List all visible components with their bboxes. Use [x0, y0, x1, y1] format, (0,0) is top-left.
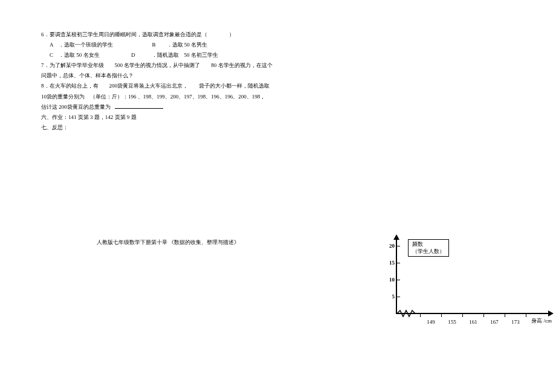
- y-axis-title: 频数 （学生人数）: [408, 239, 449, 257]
- q7-line2: 问题中，总体、个体、样本各指什么？: [41, 71, 319, 81]
- y-title-line1: 频数: [412, 241, 423, 247]
- y-axis-arrow-icon: [393, 234, 399, 240]
- y-title-line2: （学生人数）: [412, 248, 445, 254]
- y-tick: [397, 280, 400, 280]
- question-block: 6．要调查某校初三学生周日的睡眠时间，选取调查对象最合适的是（ ） A ．选取一…: [41, 30, 319, 133]
- x-tick: [526, 314, 526, 317]
- y-tick: [397, 263, 400, 263]
- x-tick: [483, 314, 484, 317]
- y-tick-label: 5: [392, 294, 395, 300]
- y-tick-label: 10: [389, 277, 395, 283]
- q7-line1: 7．为了解某中学毕业年级 500 名学生的视力情况，从中抽测了 80 名学生的视…: [41, 60, 319, 71]
- y-tick: [397, 297, 400, 297]
- x-axis-arrow-icon: [548, 310, 554, 316]
- section6: 六、作业：141 页第 3 题，142 页第 9 题: [41, 112, 319, 123]
- footer-text: 人教版七年级数学下册第十章 《数据的收集、整理与描述》: [97, 239, 239, 246]
- y-tick-label: 15: [389, 260, 395, 266]
- section7: 七、反思：: [41, 123, 319, 133]
- y-tick: [397, 246, 400, 246]
- x-axis-title: 身高 /cm: [531, 317, 552, 325]
- q8-line1: 8．在火车的站台上，有 200袋黄豆将装上火车运出北京， 袋子的大小都一样，随机…: [41, 81, 319, 91]
- x-tick: [441, 314, 442, 317]
- x-tick-label: 173: [511, 319, 520, 325]
- x-tick: [505, 314, 505, 317]
- x-tick-label: 155: [448, 319, 456, 325]
- q8-line3-prefix: 估计这 200袋黄豆的总重量为: [41, 104, 111, 110]
- x-tick: [420, 314, 421, 317]
- frequency-chart: 频数 （学生人数） 身高 /cm 5 10 15 20 149 155 161 …: [378, 236, 553, 332]
- q6-optC: C ．选取 50 名女生: [50, 52, 100, 58]
- x-axis: [396, 313, 550, 314]
- q6-optB: B ．选取 50 名男生: [152, 42, 208, 48]
- x-tick-label: 167: [490, 319, 499, 325]
- q6-row1: A ．选取一个班级的学生 B ．选取 50 名男生: [41, 40, 319, 50]
- q6-optA: A ．选取一个班级的学生: [50, 42, 113, 48]
- q6-stem: 6．要调查某校初三学生周日的睡眠时间，选取调查对象最合适的是（ ）: [41, 30, 319, 40]
- x-tick-label: 149: [427, 319, 435, 325]
- x-tick: [462, 314, 463, 317]
- axis-break-icon: [397, 309, 415, 318]
- q6-optD: D ．随机选取 50 名初三学生: [131, 52, 218, 58]
- y-axis: [396, 239, 397, 314]
- q8-blank: [115, 103, 163, 109]
- q6-row2: C ．选取 50 名女生 D ．随机选取 50 名初三学生: [41, 50, 319, 60]
- q8-line3: 估计这 200袋黄豆的总重量为: [41, 102, 319, 112]
- y-tick-label: 20: [389, 243, 395, 249]
- q8-line2: 10袋的重量分别为 （单位：斤）：196 、198、199、200、197、19…: [41, 92, 319, 102]
- x-tick-label: 161: [469, 319, 477, 325]
